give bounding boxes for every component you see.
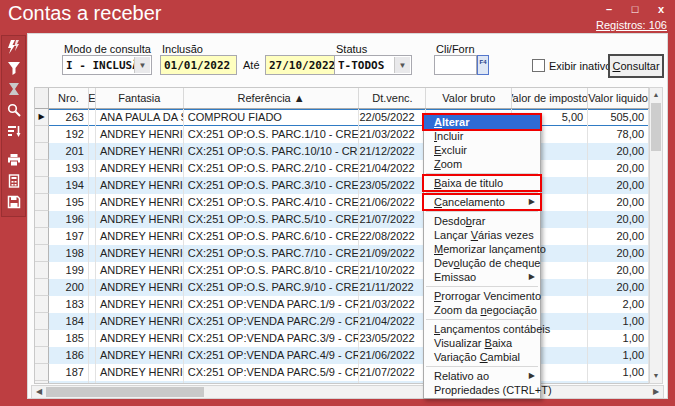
hscroll-thumb[interactable] (46, 387, 204, 397)
table-row[interactable]: 185ANDREY HENRIQUECX:251 OP:VENDA PARC.3… (35, 330, 649, 347)
cell-liquido: 1,00 (588, 330, 649, 347)
column-header-Valor bruto[interactable]: Valor bruto (426, 88, 512, 108)
scroll-right-icon[interactable]: ▶ (649, 386, 663, 398)
row-selector-cell (35, 228, 49, 245)
registros-link[interactable]: Registros: 106 (596, 19, 667, 31)
cliforn-input[interactable] (434, 55, 477, 75)
hourglass-icon[interactable] (2, 78, 25, 99)
scroll-left-icon[interactable]: ◀ (32, 386, 46, 398)
table-row[interactable]: 187ANDREY HENRIQUECX:251 OP:VENDA PARC.5… (35, 364, 649, 381)
menu-item-varia-o-cambial[interactable]: Variação Cambial (424, 350, 540, 364)
menu-item-visualizar-baixa[interactable]: Visualizar Baixa (424, 336, 540, 350)
column-header-E[interactable]: E (89, 88, 96, 108)
table-row[interactable]: 196ANDREY HENRIQUECX:251 OP:O.S. PARC.5/… (35, 211, 649, 228)
menu-item-alterar[interactable]: Alterar (424, 115, 540, 129)
table-row[interactable]: ▶263ANA PAULA DA SILVO ACOMPROU FIADO22/… (35, 109, 649, 126)
menu-item-excluir[interactable]: Excluir (424, 143, 540, 157)
cell-fantasia: ANDREY HENRIQUE (96, 245, 184, 262)
close-button[interactable]: x (653, 2, 669, 16)
table-row[interactable]: 201ANDREY HENRIQUECX:251 OP:O.S. PARC.10… (35, 143, 649, 160)
cell-liquido: 20,00 (588, 194, 649, 211)
horizontal-scrollbar[interactable]: ◀ ▶ (31, 385, 664, 399)
menu-item-lan-ar-v-rias-vezes[interactable]: Lançar Várias vezes (424, 228, 540, 242)
table-row[interactable]: 198ANDREY HENRIQUECX:251 OP:O.S. PARC.7/… (35, 245, 649, 262)
print-icon[interactable] (2, 149, 25, 170)
maximize-button[interactable]: □ (627, 2, 643, 16)
filter-icon[interactable] (2, 57, 25, 78)
chevron-down-icon[interactable]: ▼ (134, 57, 150, 73)
zoom-icon[interactable] (2, 99, 25, 120)
cell-dtvenc: 21/10/2022 (359, 262, 426, 279)
cell-fantasia: ANDREY HENRIQUE (96, 160, 184, 177)
vertical-scrollbar[interactable]: ▲ ▼ (649, 87, 663, 384)
column-header-Fantasia[interactable]: Fantasia (96, 88, 184, 108)
table-row[interactable]: 186ANDREY HENRIQUECX:251 OP:VENDA PARC.4… (35, 347, 649, 364)
table-row[interactable]: 199ANDREY HENRIQUECX:251 OP:O.S. PARC.8/… (35, 262, 649, 279)
table-row[interactable]: 200ANDREY HENRIQUECX:251 OP:O.S. PARC.9/… (35, 279, 649, 296)
f4-lookup-button[interactable]: F4 (477, 55, 489, 75)
cell- (89, 143, 96, 160)
menu-item-emissao[interactable]: Emissao▶ (424, 270, 540, 284)
inclusao-date-input[interactable]: 01/01/2022 (160, 55, 237, 75)
cell-liquido: 20,00 (588, 245, 649, 262)
menu-item-relativo-ao[interactable]: Relativo ao▶ (424, 369, 540, 383)
table-row[interactable]: 197ANDREY HENRIQUECX:251 OP:O.S. PARC.6/… (35, 228, 649, 245)
cell-dtvenc: 21/03/2022 (359, 126, 426, 143)
table-row[interactable]: 183ANDREY HENRIQUECX:251 OP:VENDA PARC.1… (35, 296, 649, 313)
cell-liquido: 20,00 (588, 160, 649, 177)
consultar-button[interactable]: Consultar (608, 54, 664, 78)
table-row[interactable]: 194ANDREY HENRIQUECX:251 OP:O.S. PARC.3/… (35, 177, 649, 194)
cell-nro: 188 (49, 381, 89, 383)
exibir-inativos-checkbox[interactable] (532, 59, 545, 72)
cell-fantasia: ANDREY HENRIQUE (96, 279, 184, 296)
menu-item-prorrogar-vencimento[interactable]: Prorrogar Vencimento (424, 289, 540, 303)
column-header-Nro.[interactable]: Nro. (49, 88, 89, 108)
menu-item-lan-amentos-cont-beis[interactable]: Lançamentos contábeis (424, 322, 540, 336)
table-row[interactable]: 193ANDREY HENRIQUECX:251 OP:O.S. PARC.2/… (35, 160, 649, 177)
save-icon[interactable] (2, 191, 25, 212)
column-header-Valor de impostos[interactable]: Valor de impostos (512, 88, 588, 108)
column-header-selector (35, 88, 49, 108)
left-toolbar (1, 35, 26, 217)
menu-item-desdobrar[interactable]: Desdobrar (424, 214, 540, 228)
report-icon[interactable] (2, 170, 25, 191)
column-header-Dt.venc.[interactable]: Dt.venc. (359, 88, 426, 108)
sort-icon[interactable] (2, 120, 25, 141)
cell-dtvenc: 21/09/2022 (359, 245, 426, 262)
column-header-Valor liquido[interactable]: Valor liquido (588, 88, 649, 108)
menu-item-incluir[interactable]: Incluir (424, 129, 540, 143)
cell-referencia: CX:251 OP:O.S. PARC.10/10 - CREDIARIO (184, 143, 360, 160)
refresh-icon[interactable] (2, 36, 25, 57)
cell- (89, 194, 96, 211)
modo-de-consulta-select[interactable]: I - INCLUSÃO ▼ (62, 55, 152, 75)
menu-item-zoom[interactable]: Zoom (424, 157, 540, 171)
cell-fantasia: ANDREY HENRIQUE (96, 228, 184, 245)
table-row[interactable]: 184ANDREY HENRIQUECX:251 OP:VENDA PARC.2… (35, 313, 649, 330)
table-row[interactable]: 195ANDREY HENRIQUECX:251 OP:O.S. PARC.4/… (35, 194, 649, 211)
ate-date-input[interactable]: 27/10/2022 (265, 55, 342, 75)
menu-item-cancelamento[interactable]: Cancelamento▶ (424, 195, 540, 209)
table-row[interactable]: 188ANDREY HENRIQUECX:251 OP:VENDA PARC.6… (35, 381, 649, 383)
menu-item-devolu-o-de-cheque[interactable]: Devolução de cheque (424, 256, 540, 270)
scroll-down-icon[interactable]: ▼ (650, 369, 662, 383)
chevron-down-icon[interactable]: ▼ (394, 57, 410, 73)
row-selector-cell (35, 245, 49, 262)
menu-item-memorizar-lan-amento[interactable]: Memorizar lançamento (424, 242, 540, 256)
menu-item-baixa-de-titulo[interactable]: Baixa de titulo (424, 176, 540, 190)
status-select[interactable]: T-TODOS ▼ (334, 55, 412, 75)
vscroll-thumb[interactable] (651, 103, 661, 151)
row-selector-cell (35, 126, 49, 143)
cell-referencia: CX:251 OP:O.S. PARC.9/10 - CREDIARIO (184, 279, 360, 296)
cell-nro: 193 (49, 160, 89, 177)
menu-item-propriedades-ctrl-t-[interactable]: Propriedades (CTRL+T) (424, 383, 540, 397)
minimize-button[interactable]: – (601, 2, 617, 16)
submenu-arrow-icon: ▶ (529, 195, 535, 209)
cell-nro: 199 (49, 262, 89, 279)
scroll-up-icon[interactable]: ▲ (650, 88, 662, 102)
column-header-Referência[interactable]: Referência ▲ (184, 88, 360, 108)
cell-nro: 195 (49, 194, 89, 211)
table-row[interactable]: 192ANDREY HENRIQUECX:251 OP:O.S. PARC.1/… (35, 126, 649, 143)
menu-item-zoom-da-negocia-o[interactable]: Zoom da negociação (424, 303, 540, 317)
cell-referencia: CX:251 OP:O.S. PARC.7/10 - CREDIARIO (184, 245, 360, 262)
cell- (89, 279, 96, 296)
